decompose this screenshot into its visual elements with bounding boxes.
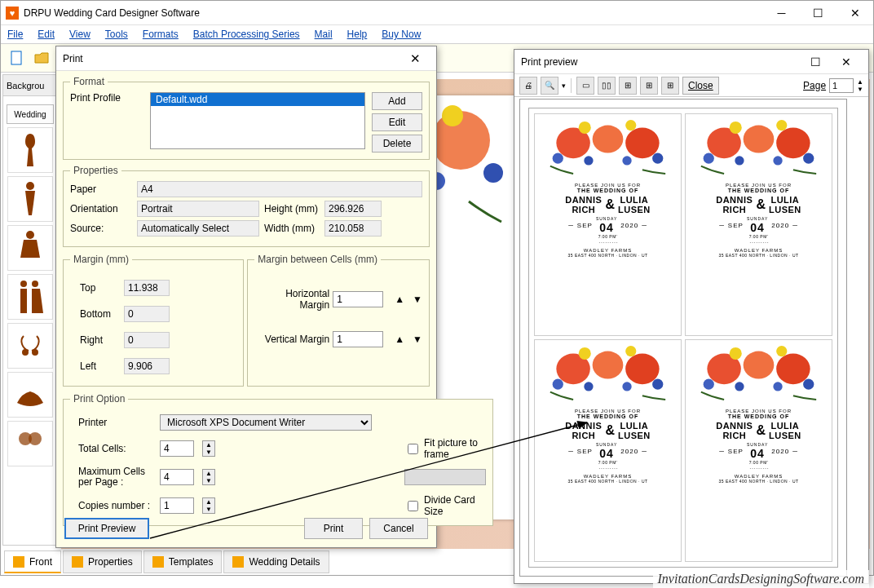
svg-point-17 [22,349,29,356]
spinner[interactable]: ▲▼ [395,294,422,305]
svg-point-44 [622,382,631,391]
new-icon[interactable] [6,46,29,69]
print-dialog-title: Print [63,53,400,64]
tab-wedding-details[interactable]: Wedding Details [223,550,329,573]
svg-point-34 [735,156,744,165]
page-number-input[interactable] [829,78,854,93]
svg-point-13 [26,182,34,190]
hmargin-input[interactable] [333,291,383,307]
print-dialog-titlebar: Print ✕ [56,46,436,71]
total-cells-input[interactable] [160,440,194,457]
svg-point-46 [579,347,591,360]
printer-select[interactable]: Microsoft XPS Document Writer [160,414,372,431]
tab-icon [152,556,164,568]
preview-close-toolbar-button[interactable]: Close [682,77,719,95]
layout-2-icon[interactable]: ▯▯ [598,77,616,95]
copies-input[interactable] [160,497,194,514]
print-dialog-close[interactable]: ✕ [400,46,430,71]
svg-point-23 [625,127,659,158]
margin-bottom-field: 0 [124,306,170,322]
spinner[interactable]: ▲▼ [202,497,215,514]
preview-titlebar: Print preview ☐ ✕ [514,50,868,74]
clipart-item[interactable] [7,225,53,271]
disabled-field [404,469,486,485]
main-titlebar: ♥ DRPU Wedding Card Designer Software ─ … [1,1,873,25]
width-field: 210.058 [324,220,382,237]
preview-toolbar: 🖨 🔍 ▾ ▭ ▯▯ ⊞ ⊞ ⊞ Close Page ▲▼ [514,74,868,97]
spinner[interactable]: ▲▼ [395,334,422,345]
print-profile-list[interactable]: Default.wdd [150,92,365,149]
layout-1-icon[interactable]: ▭ [576,77,594,95]
profile-item[interactable]: Default.wdd [151,93,364,106]
delete-button[interactable]: Delete [372,135,422,153]
tab-templates[interactable]: Templates [143,550,223,573]
zoom-icon[interactable]: 🔍 [541,77,558,95]
tab-icon [232,556,244,568]
svg-point-47 [625,346,636,356]
preview-close-button[interactable]: ✕ [831,50,862,74]
source-field: Automatically Select [137,220,259,237]
add-button[interactable]: Add [372,92,422,110]
edit-button[interactable]: Edit [372,113,422,131]
menu-edit[interactable]: Edit [38,29,55,40]
maximize-button[interactable]: ☐ [800,1,836,25]
app-title: DRPU Wedding Card Designer Software [24,7,763,19]
open-icon[interactable] [30,46,53,69]
max-cells-input[interactable] [160,469,194,485]
sidebar-tab[interactable]: Wedding [7,104,54,124]
svg-point-22 [593,126,624,153]
clipart-item[interactable] [7,176,53,222]
tab-front[interactable]: Front [4,550,61,573]
svg-point-51 [704,379,714,390]
print-dialog: Print ✕ Format Print Profile Default.wdd… [55,46,437,548]
preview-cell: PLEASE JOIN US FORTHE WEDDING OFDANNISRI… [534,113,682,336]
svg-point-18 [32,349,38,356]
format-group: Format Print Profile Default.wdd Add Edi… [63,76,430,160]
preview-cell: PLEASE JOIN US FORTHE WEDDING OFDANNISRI… [685,339,832,562]
svg-point-15 [20,281,27,287]
cancel-button[interactable]: Cancel [369,518,428,539]
layout-4-icon[interactable]: ⊞ [640,77,658,95]
spinner[interactable]: ▲▼ [202,469,215,485]
paper-field: A4 [137,181,422,197]
menu-tools[interactable]: Tools [105,29,128,40]
clipart-item[interactable] [7,127,53,173]
divide-card-checkbox[interactable]: Divide Card Size [404,494,486,517]
svg-point-52 [735,382,744,391]
svg-point-25 [584,156,593,165]
close-button[interactable]: ✕ [836,1,873,25]
height-field: 296.926 [324,201,382,217]
sidebar-head: Backgrou [3,75,57,96]
menu-mail[interactable]: Mail [315,29,333,40]
layout-5-icon[interactable]: ⊞ [661,77,679,95]
preview-title: Print preview [521,56,800,68]
spinner[interactable]: ▲▼ [202,440,215,457]
svg-point-28 [579,122,591,134]
menu-buy[interactable]: Buy Now [382,29,421,40]
print-preview-button[interactable]: Print Preview [64,518,149,539]
clipart-item[interactable] [7,372,53,418]
clipart-item[interactable] [7,421,53,466]
menu-view[interactable]: View [69,29,90,40]
minimize-button[interactable]: ─ [763,1,800,25]
print-button[interactable]: Print [304,518,363,539]
print-icon[interactable]: 🖨 [519,77,537,95]
fit-picture-checkbox[interactable]: Fit picture to frame [404,437,486,460]
properties-group: Properties Paper A4 Orientation Portrait… [63,165,430,247]
svg-point-29 [625,120,636,130]
svg-point-45 [652,379,663,390]
menu-batch[interactable]: Batch Processing Series [193,29,300,40]
tab-properties[interactable]: Properties [63,550,142,573]
menu-file[interactable]: File [7,29,23,40]
menu-formats[interactable]: Formats [143,29,179,40]
svg-point-27 [652,153,663,164]
clipart-item[interactable] [7,274,53,320]
menu-help[interactable]: Help [347,29,368,40]
clipart-item[interactable] [7,323,53,369]
sidebar: Backgrou Wedding [2,74,58,546]
preview-maximize-button[interactable]: ☐ [800,50,831,74]
layout-3-icon[interactable]: ⊞ [619,77,637,95]
vmargin-input[interactable] [333,331,383,347]
bottom-tabs: Front Properties Templates Wedding Detai… [4,550,329,573]
svg-point-24 [553,153,563,164]
